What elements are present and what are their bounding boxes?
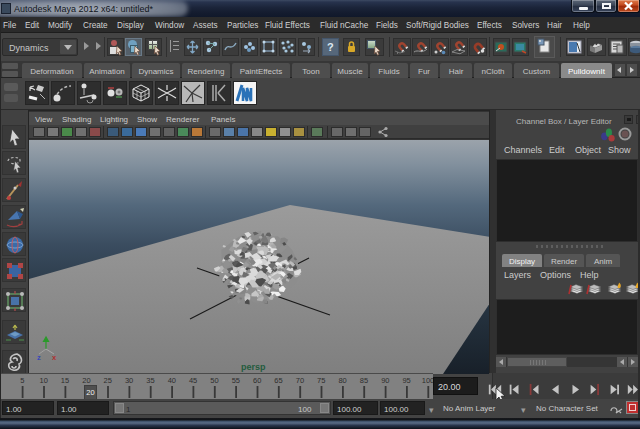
svg-text:90: 90	[381, 376, 389, 385]
svg-text:z: z	[37, 353, 41, 362]
svg-text:15: 15	[61, 376, 69, 385]
svg-text:45: 45	[189, 376, 197, 385]
svg-text:80: 80	[338, 376, 346, 385]
svg-text:35: 35	[146, 376, 154, 385]
svg-text:55: 55	[232, 376, 240, 385]
svg-text:40: 40	[168, 376, 176, 385]
svg-text:50: 50	[210, 376, 218, 385]
svg-text:20: 20	[82, 376, 90, 385]
svg-text:25: 25	[104, 376, 112, 385]
svg-text:70: 70	[296, 376, 304, 385]
svg-text:60: 60	[253, 376, 261, 385]
svg-text:persp: persp	[241, 362, 266, 372]
svg-text:85: 85	[360, 376, 368, 385]
svg-text:75: 75	[317, 376, 325, 385]
svg-text:5: 5	[20, 376, 24, 385]
svg-text:10: 10	[40, 376, 48, 385]
svg-text:65: 65	[274, 376, 282, 385]
svg-text:100: 100	[422, 376, 433, 385]
svg-text:95: 95	[402, 376, 410, 385]
svg-text:30: 30	[125, 376, 133, 385]
